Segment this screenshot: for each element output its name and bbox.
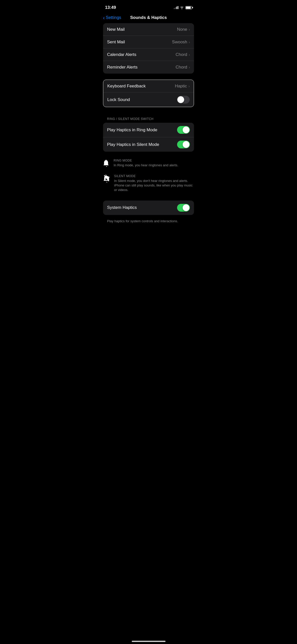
sound-settings-group: New Mail None › Sent Mail Swoosh › Calen…: [103, 23, 194, 74]
calendar-alerts-label: Calendar Alerts: [107, 52, 136, 57]
chevron-right-icon: ›: [189, 27, 190, 31]
modes-info: RING MODE In Ring mode, you hear rington…: [99, 154, 198, 197]
ring-mode-info: RING MODE In Ring mode, you hear rington…: [99, 155, 198, 170]
bell-slash-icon: [103, 175, 111, 184]
lock-sound-toggle[interactable]: [177, 96, 190, 104]
toggle-knob: [177, 96, 184, 103]
keyboard-feedback-row[interactable]: Keyboard Feedback Haptic ›: [103, 80, 194, 92]
ring-mode-desc: In Ring mode, you hear ringtones and ale…: [114, 163, 194, 168]
back-button[interactable]: ‹ Settings: [103, 15, 121, 20]
chevron-right-icon: ›: [189, 53, 190, 57]
play-haptics-silent-row: Play Haptics in Silent Mode: [103, 137, 194, 152]
system-haptics-desc: Play haptics for system controls and int…: [99, 217, 198, 228]
system-haptics-toggle[interactable]: [177, 204, 190, 212]
play-haptics-silent-toggle[interactable]: [177, 141, 190, 148]
chevron-right-icon: ›: [189, 65, 190, 69]
status-time: 13:49: [105, 5, 116, 10]
reminder-alerts-label: Reminder Alerts: [107, 65, 138, 70]
sent-mail-row[interactable]: Sent Mail Swoosh ›: [103, 36, 194, 48]
nav-bar: ‹ Settings Sounds & Haptics: [99, 13, 198, 23]
sent-mail-label: Sent Mail: [107, 40, 125, 45]
play-haptics-ring-label: Play Haptics in Ring Mode: [107, 127, 157, 133]
play-haptics-ring-toggle[interactable]: [177, 126, 190, 134]
keyboard-feedback-value: Haptic ›: [175, 84, 190, 89]
toggle-knob: [183, 204, 189, 211]
toggle-knob: [183, 141, 189, 148]
feedback-settings-group: Keyboard Feedback Haptic › Lock Sound: [103, 80, 194, 107]
new-mail-label: New Mail: [107, 27, 125, 32]
reminder-alerts-row[interactable]: Reminder Alerts Chord ›: [103, 61, 194, 74]
signal-icon: [174, 6, 178, 9]
toggle-knob: [183, 126, 189, 133]
chevron-right-icon: ›: [189, 40, 190, 44]
calendar-alerts-value: Chord ›: [176, 52, 190, 57]
new-mail-value: None ›: [177, 27, 190, 32]
system-haptics-row: System Haptics: [103, 201, 194, 215]
page-title: Sounds & Haptics: [130, 15, 167, 20]
lock-sound-label: Lock Sound: [107, 97, 130, 102]
silent-mode-title: SILENT MODE: [114, 174, 194, 178]
system-haptics-label: System Haptics: [107, 205, 137, 210]
silent-mode-desc: In Silent mode, you don't hear ringtones…: [114, 179, 194, 192]
bell-icon: [103, 159, 110, 168]
back-label: Settings: [106, 15, 121, 20]
sent-mail-value: Swoosh ›: [172, 40, 190, 45]
ring-silent-section-label: RING / SILENT MODE SWITCH: [99, 117, 198, 121]
calendar-alerts-row[interactable]: Calendar Alerts Chord ›: [103, 48, 194, 61]
chevron-right-icon: ›: [188, 84, 190, 88]
status-bar: 13:49: [99, 0, 198, 13]
new-mail-row[interactable]: New Mail None ›: [103, 23, 194, 36]
back-chevron-icon: ‹: [103, 15, 105, 20]
play-haptics-silent-label: Play Haptics in Silent Mode: [107, 142, 159, 147]
keyboard-feedback-label: Keyboard Feedback: [107, 84, 146, 89]
battery-icon: [185, 6, 192, 9]
reminder-alerts-value: Chord ›: [176, 65, 190, 70]
silent-mode-info: SILENT MODE In Silent mode, you don't he…: [99, 170, 198, 195]
wifi-icon: [180, 6, 184, 9]
status-icons: [174, 6, 192, 9]
play-haptics-ring-row: Play Haptics in Ring Mode: [103, 123, 194, 137]
ring-mode-title: RING MODE: [114, 159, 194, 162]
lock-sound-row: Lock Sound: [103, 92, 194, 107]
ring-silent-group: Play Haptics in Ring Mode Play Haptics i…: [103, 123, 194, 152]
system-haptics-group: System Haptics: [103, 201, 194, 215]
